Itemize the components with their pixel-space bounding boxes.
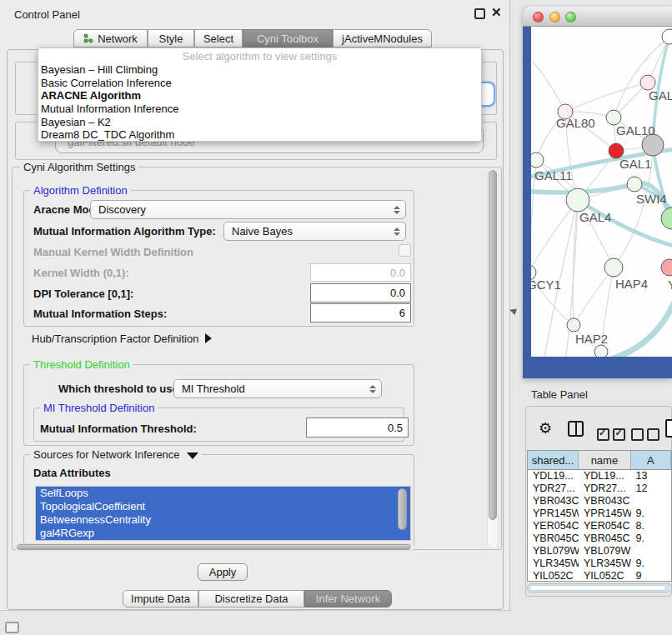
mi-threshold-definition-title: MI Threshold Definition bbox=[40, 402, 158, 414]
network-node[interactable] bbox=[594, 345, 608, 357]
minimized-panel-icon[interactable] bbox=[5, 622, 19, 633]
algorithm-option[interactable]: Bayesian – K2 bbox=[41, 116, 479, 129]
tab-cyni-toolbox-label: Cyni Toolbox bbox=[257, 32, 318, 45]
tab-impute-data[interactable]: Impute Data bbox=[123, 590, 198, 608]
table-cell: 9. bbox=[631, 558, 671, 570]
kernel-width-value: 0.0 bbox=[390, 267, 405, 279]
table-cell: 13 bbox=[631, 470, 671, 482]
table-row[interactable]: YER054CYER054C8. bbox=[528, 520, 671, 532]
which-threshold-combobox[interactable]: MI Threshold bbox=[173, 379, 382, 398]
node-table[interactable]: shared...nameA YDL19...YDL19...13YDR27..… bbox=[527, 450, 672, 582]
table-row[interactable]: YPR145WYPR145W9. bbox=[528, 508, 671, 520]
network-node-gal11[interactable] bbox=[531, 152, 544, 168]
deselect-all-columns-icon[interactable] bbox=[631, 428, 659, 444]
dpi-tolerance-field[interactable]: 0.0 bbox=[310, 283, 411, 302]
tab-discretize-data-label: Discretize Data bbox=[214, 592, 288, 605]
table-cell: YBR043C bbox=[528, 495, 579, 508]
table-row[interactable]: YLR345WYLR345W9. bbox=[528, 558, 671, 570]
mac-close-button[interactable] bbox=[533, 12, 544, 22]
select-all-columns-icon[interactable] bbox=[597, 428, 625, 444]
apply-button[interactable]: Apply bbox=[198, 563, 248, 581]
table-horizontal-scrollbar-thumb[interactable] bbox=[529, 585, 666, 591]
mi-steps-field[interactable]: 6 bbox=[310, 303, 411, 322]
network-tab-icon bbox=[83, 33, 93, 43]
split-columns-icon[interactable] bbox=[568, 421, 584, 437]
table-cell: YLR345W bbox=[528, 558, 579, 570]
network-node-label: HAP2 bbox=[575, 332, 608, 346]
tab-network[interactable]: Network bbox=[73, 29, 148, 48]
network-node-label: GAL80 bbox=[556, 116, 595, 130]
network-canvas[interactable]: GALGAL80GAL10GAL1GAL11SWI4GAL4GCY1HAP4YH… bbox=[531, 27, 672, 357]
data-attribute-item[interactable]: TopologicalCoefficient bbox=[36, 500, 410, 513]
dpi-tolerance-value: 0.0 bbox=[390, 287, 405, 299]
algorithm-dropdown-placeholder: Select algorithm to view settings bbox=[38, 50, 481, 62]
table-row[interactable]: YBR043CYBR043C bbox=[528, 495, 671, 508]
mi-algorithm-type-combobox[interactable]: Naive Bayes bbox=[223, 222, 406, 241]
network-node-hap4[interactable] bbox=[604, 258, 623, 277]
settings-vertical-scrollbar-thumb[interactable] bbox=[489, 170, 497, 520]
sources-title-row[interactable]: Sources for Network Inference bbox=[30, 448, 202, 461]
table-row[interactable]: YDL19...YDL19...13 bbox=[528, 470, 671, 482]
mac-zoom-button[interactable] bbox=[565, 12, 576, 22]
float-window-icon[interactable] bbox=[474, 8, 485, 19]
table-column-header[interactable]: name bbox=[579, 451, 631, 469]
table-cell: YDR27... bbox=[528, 482, 579, 495]
manual-kernel-width-checkbox[interactable] bbox=[399, 244, 411, 257]
document-icon[interactable] bbox=[665, 419, 672, 438]
network-node[interactable] bbox=[661, 208, 672, 229]
table-cell: YBR045C bbox=[528, 532, 579, 545]
data-attribute-item[interactable]: SelfLoops bbox=[36, 487, 410, 500]
table-column-header[interactable]: shared... bbox=[528, 451, 579, 469]
tab-jactivemnodules[interactable]: jActiveMNodules bbox=[333, 29, 432, 48]
algorithm-dropdown-list: Bayesian – Hill ClimbingBasic Correlatio… bbox=[41, 63, 479, 142]
algorithm-option[interactable]: Bayesian – Hill Climbing bbox=[41, 63, 479, 77]
data-attribute-item[interactable]: gal4RGexp bbox=[36, 527, 410, 540]
table-cell: YIL052C bbox=[528, 570, 579, 582]
network-node-y[interactable] bbox=[661, 259, 672, 276]
mi-algorithm-type-label: Mutual Information Algorithm Type: bbox=[33, 225, 216, 238]
network-node-gal4[interactable] bbox=[566, 188, 589, 212]
table-cell: YER054C bbox=[528, 520, 579, 532]
settings-gear-icon[interactable]: ⚙ bbox=[539, 421, 552, 436]
table-row[interactable]: YBL079WYBL079W bbox=[528, 545, 671, 558]
which-threshold-value: MI Threshold bbox=[182, 382, 245, 395]
mac-minimize-button[interactable] bbox=[549, 12, 560, 22]
network-node-hap2[interactable] bbox=[567, 318, 580, 332]
algorithm-option[interactable]: Dream8 DC_TDC Algorithm bbox=[41, 128, 479, 142]
table-cell: 9. bbox=[631, 508, 671, 520]
mi-algorithm-type-value: Naive Bayes bbox=[232, 225, 293, 238]
tab-style[interactable]: Style bbox=[148, 29, 194, 48]
mi-steps-label: Mutual Information Steps: bbox=[33, 308, 167, 320]
tab-discretize-data[interactable]: Discretize Data bbox=[198, 590, 304, 608]
algorithm-option[interactable]: Basic Correlation Inference bbox=[41, 77, 479, 90]
attributes-list-scrollbar[interactable] bbox=[398, 488, 407, 530]
hub-definition-toggle[interactable]: Hub/Transcription Factor Definition bbox=[32, 332, 212, 345]
table-cell: YBL079W bbox=[579, 545, 631, 558]
tab-infer-network[interactable]: Infer Network bbox=[304, 590, 392, 608]
mi-threshold-field[interactable]: 0.5 bbox=[306, 418, 409, 438]
table-row[interactable]: YBR045CYBR045C9. bbox=[528, 532, 671, 545]
collapse-arrow-icon[interactable] bbox=[187, 452, 198, 459]
close-icon[interactable]: ✕ bbox=[491, 5, 502, 20]
table-row[interactable]: YDR27...YDR27...12 bbox=[528, 482, 671, 495]
algorithm-option[interactable]: Mutual Information Inference bbox=[41, 102, 479, 116]
tab-select[interactable]: Select bbox=[194, 29, 243, 48]
network-node-label: SWI4 bbox=[636, 192, 667, 206]
network-node-swi4[interactable] bbox=[627, 177, 642, 192]
table-cell: 12 bbox=[631, 482, 671, 495]
expand-arrow-icon[interactable] bbox=[205, 333, 212, 343]
data-attributes-list[interactable]: SelfLoopsTopologicalCoefficientBetweenne… bbox=[35, 486, 411, 541]
settings-horizontal-scrollbar-thumb[interactable] bbox=[17, 544, 411, 550]
tab-cyni-toolbox[interactable]: Cyni Toolbox bbox=[243, 29, 333, 48]
algorithm-option[interactable]: ARACNE Algorithm bbox=[41, 89, 479, 102]
table-header-row: shared...nameA bbox=[528, 451, 671, 470]
table-column-header[interactable]: A bbox=[631, 451, 671, 469]
table-cell: YBR043C bbox=[579, 495, 631, 508]
table-row[interactable]: YIL052CYIL052C9 bbox=[528, 570, 671, 582]
table-cell: YPR145W bbox=[579, 508, 631, 520]
kernel-width-field[interactable]: 0.0 bbox=[310, 263, 411, 282]
data-attribute-item[interactable]: BetweennessCentrality bbox=[36, 513, 410, 527]
aracne-mode-combobox[interactable]: Discovery bbox=[90, 200, 406, 219]
network-window-titlebar[interactable] bbox=[523, 7, 672, 27]
combo-arrows-icon bbox=[369, 385, 376, 393]
